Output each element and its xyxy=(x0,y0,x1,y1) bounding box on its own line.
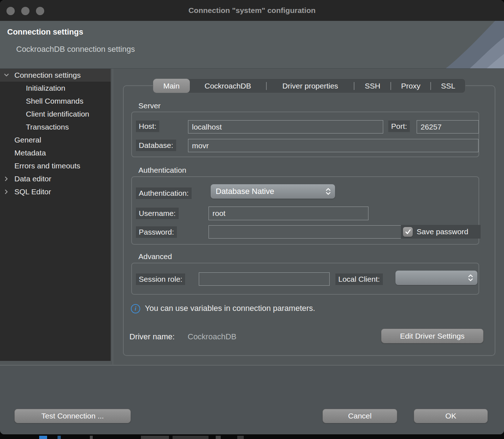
tab-main[interactable]: Main xyxy=(153,79,190,93)
info-message: You can use variables in connection para… xyxy=(145,304,315,313)
advanced-section-label: Advanced xyxy=(138,252,172,261)
updown-chevron-icon xyxy=(325,187,331,196)
port-input[interactable] xyxy=(417,120,479,133)
dialog-header: Connection settings CockroachDB connecti… xyxy=(0,21,504,69)
tab-label: Driver properties xyxy=(282,82,338,90)
background-fragment xyxy=(58,436,61,439)
test-connection-button[interactable]: Test Connection ... xyxy=(14,409,131,423)
tree-item-label: Initialization xyxy=(26,84,65,92)
tree-item-general[interactable]: General xyxy=(0,133,111,146)
tab-ssh[interactable]: SSH xyxy=(354,79,390,93)
tab-label: SSH xyxy=(365,82,380,90)
save-password-label: Save password xyxy=(417,227,468,236)
host-label: Host: xyxy=(136,121,159,132)
header-decoration xyxy=(353,21,504,68)
chevron-right-icon[interactable] xyxy=(3,176,10,182)
driver-name-label: Driver name: xyxy=(129,332,175,341)
settings-tree: Connection settings Initialization Shell… xyxy=(0,69,111,361)
username-input[interactable] xyxy=(209,207,368,220)
tree-item-shell-commands[interactable]: Shell Commands xyxy=(0,95,111,108)
session-role-input[interactable] xyxy=(199,272,330,286)
info-icon: i xyxy=(131,304,140,313)
session-role-label: Session role: xyxy=(136,273,185,285)
updown-chevron-icon xyxy=(467,273,474,282)
checkmark-icon xyxy=(404,228,412,235)
tab-bar: Main CockroachDB Driver properties SSH P… xyxy=(153,78,466,93)
tree-item-connection-settings[interactable]: Connection settings xyxy=(0,69,111,82)
chevron-right-icon[interactable] xyxy=(3,189,10,195)
button-label: OK xyxy=(445,412,456,420)
background-fragment xyxy=(216,436,221,439)
local-client-select[interactable] xyxy=(395,271,477,285)
tree-item-label: Errors and timeouts xyxy=(14,162,80,170)
button-label: Cancel xyxy=(348,412,371,420)
page-title: Connection settings xyxy=(7,27,83,37)
database-label: Database: xyxy=(136,140,176,151)
background-fragment xyxy=(237,436,244,439)
ok-button[interactable]: OK xyxy=(414,409,488,423)
tree-item-label: Connection settings xyxy=(14,71,81,80)
tree-item-errors-and-timeouts[interactable]: Errors and timeouts xyxy=(0,159,111,172)
cancel-button[interactable]: Cancel xyxy=(322,409,397,423)
background-fragment xyxy=(90,436,93,439)
tab-driver-properties[interactable]: Driver properties xyxy=(267,79,354,93)
password-label: Password: xyxy=(136,226,177,238)
tree-item-transactions[interactable]: Transactions xyxy=(0,121,111,133)
database-input[interactable] xyxy=(188,139,478,152)
dialog-footer xyxy=(0,365,504,434)
tab-cockroachdb[interactable]: CockroachDB xyxy=(190,79,266,93)
tree-item-label: SQL Editor xyxy=(14,187,51,196)
tab-ssl[interactable]: SSL xyxy=(431,79,465,93)
button-label: Edit Driver Settings xyxy=(400,332,465,340)
username-label: Username: xyxy=(136,208,179,219)
tab-label: SSL xyxy=(441,82,455,90)
background-fragment xyxy=(141,436,169,439)
background-fragment xyxy=(173,436,209,439)
authentication-select[interactable]: Database Native xyxy=(211,184,335,199)
tree-item-data-editor[interactable]: Data editor xyxy=(0,172,111,185)
save-password-option: Save password xyxy=(401,225,481,239)
page-subtitle: CockroachDB connection settings xyxy=(16,45,135,54)
titlebar[interactable]: Connection "system" configuration xyxy=(0,0,504,21)
window-title: Connection "system" configuration xyxy=(0,0,504,21)
tab-label: CockroachDB xyxy=(205,82,251,90)
tree-item-label: Metadata xyxy=(14,149,46,157)
save-password-checkbox[interactable] xyxy=(403,227,413,237)
password-input[interactable] xyxy=(209,225,419,239)
tree-item-label: General xyxy=(14,136,41,144)
tree-item-initialization[interactable]: Initialization xyxy=(0,82,111,95)
authentication-section-label: Authentication xyxy=(138,166,186,175)
tab-label: Main xyxy=(163,82,180,90)
driver-name-value: CockroachDB xyxy=(188,332,237,341)
chevron-down-icon[interactable] xyxy=(3,72,10,78)
connection-configuration-dialog: Connection "system" configuration Connec… xyxy=(0,0,504,434)
tree-item-sql-editor[interactable]: SQL Editor xyxy=(0,185,111,198)
tree-item-label: Client identification xyxy=(26,110,89,118)
tab-proxy[interactable]: Proxy xyxy=(391,79,430,93)
tree-item-label: Shell Commands xyxy=(26,97,83,105)
button-label: Test Connection ... xyxy=(41,412,104,420)
server-section-label: Server xyxy=(138,101,161,110)
host-input[interactable] xyxy=(188,120,383,133)
edit-driver-settings-button[interactable]: Edit Driver Settings xyxy=(381,329,484,343)
authentication-select-value: Database Native xyxy=(211,187,325,196)
local-client-label: Local Client: xyxy=(335,273,383,285)
tree-item-metadata[interactable]: Metadata xyxy=(0,146,111,159)
tree-item-label: Transactions xyxy=(26,123,69,131)
background-fragment xyxy=(39,436,47,439)
tree-item-client-identification[interactable]: Client identification xyxy=(0,108,111,121)
authentication-label: Authentication: xyxy=(136,187,192,199)
sidebar-content-divider xyxy=(113,69,113,365)
port-label: Port: xyxy=(388,121,410,132)
tab-label: Proxy xyxy=(401,82,421,90)
tree-item-label: Data editor xyxy=(14,175,51,183)
screen: Connection "system" configuration Connec… xyxy=(0,0,504,439)
